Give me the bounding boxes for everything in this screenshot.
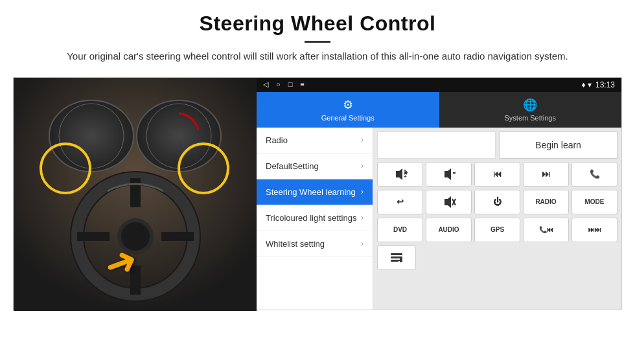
- nav-back-icon[interactable]: ◁: [263, 80, 268, 89]
- status-bar-right: ♦ ▾ 13:13: [582, 80, 616, 89]
- begin-learn-button[interactable]: Begin learn: [499, 131, 618, 159]
- mute-button[interactable]: [426, 190, 472, 214]
- tab-system-settings[interactable]: 🌐 System Settings: [439, 92, 622, 128]
- vol-down-button[interactable]: [426, 162, 472, 187]
- general-settings-icon: ⚙: [343, 98, 353, 112]
- controls-row-3: DVD AUDIO GPS 📞⏮ ⏭⏭: [377, 218, 618, 242]
- menu-item-radio[interactable]: Radio ›: [257, 128, 373, 154]
- highlight-circle-left: [40, 142, 91, 194]
- audio-button[interactable]: AUDIO: [426, 218, 472, 242]
- highlight-circle-right: [178, 142, 229, 194]
- time-display: 13:13: [595, 80, 615, 89]
- menu-item-default-setting[interactable]: DefaultSetting ›: [257, 154, 373, 179]
- page-header: Steering Wheel Control Your original car…: [0, 0, 635, 71]
- svg-marker-20: [444, 196, 451, 208]
- android-ui: ◁ ○ □ ≡ ♦ ▾ 13:13 ⚙ General Settings 🌐 S…: [257, 78, 621, 310]
- whitelist-row: [377, 245, 618, 270]
- next-track-button[interactable]: ⏭: [523, 162, 569, 187]
- status-bar: ◁ ○ □ ≡ ♦ ▾ 13:13: [257, 78, 621, 92]
- menu-tricoloured-label: Tricoloured light settings: [266, 213, 356, 223]
- phone-prev-button[interactable]: 📞⏮: [523, 218, 569, 242]
- controls-row-2: ↩ ⏻ RADIO MODE: [377, 190, 618, 214]
- svg-marker-13: [396, 168, 402, 180]
- tab-bar: ⚙ General Settings 🌐 System Settings: [257, 92, 621, 128]
- svg-rect-26: [400, 258, 402, 262]
- begin-learn-row: Begin learn: [377, 131, 618, 159]
- right-panel: Begin learn + ⏮ ⏭ 📞 ↩: [373, 128, 621, 310]
- empty-cell: [377, 131, 496, 159]
- tab-general-settings[interactable]: ⚙ General Settings: [257, 92, 439, 128]
- chevron-icon-2: ›: [361, 161, 364, 170]
- main-content: ➜ ◁ ○ □ ≡ ♦ ▾ 13:13 ⚙ General Settings: [13, 77, 622, 310]
- list-icon-button[interactable]: [377, 245, 416, 270]
- svg-text:+: +: [404, 174, 407, 179]
- mode-button[interactable]: MODE: [572, 190, 618, 214]
- vol-up-button[interactable]: +: [377, 162, 423, 187]
- title-divider: [305, 41, 330, 43]
- chevron-icon-5: ›: [361, 239, 364, 248]
- menu-default-label: DefaultSetting: [266, 161, 319, 171]
- chevron-icon-3: ›: [361, 187, 364, 196]
- page-title: Steering Wheel Control: [39, 12, 596, 36]
- nav-home-icon[interactable]: ○: [276, 80, 281, 89]
- power-button[interactable]: ⏻: [474, 190, 520, 214]
- nav-menu-icon[interactable]: ≡: [300, 80, 304, 89]
- phone-button[interactable]: 📞: [572, 162, 618, 187]
- svg-rect-25: [391, 260, 398, 262]
- prev-track-button[interactable]: ⏮: [474, 162, 520, 187]
- svg-rect-24: [391, 256, 402, 258]
- nav-recent-icon[interactable]: □: [288, 80, 293, 89]
- gps-button[interactable]: GPS: [474, 218, 520, 242]
- chevron-icon-4: ›: [361, 213, 364, 222]
- menu-radio-label: Radio: [266, 135, 288, 145]
- controls-row-1: + ⏮ ⏭ 📞: [377, 162, 618, 187]
- menu-item-tricoloured[interactable]: Tricoloured light settings ›: [257, 205, 373, 231]
- radio-button[interactable]: RADIO: [523, 190, 569, 214]
- status-bar-nav: ◁ ○ □ ≡: [263, 80, 305, 89]
- tab-system-label: System Settings: [505, 114, 556, 122]
- menu-whitelist-label: Whitelist setting: [266, 239, 325, 249]
- chevron-icon: ›: [361, 135, 364, 144]
- system-settings-icon: 🌐: [523, 98, 537, 112]
- dvd-button[interactable]: DVD: [377, 218, 423, 242]
- svg-rect-23: [391, 253, 402, 255]
- menu-item-steering-wheel[interactable]: Steering Wheel learning ›: [257, 179, 373, 205]
- content-area: Radio › DefaultSetting › Steering Wheel …: [257, 128, 621, 310]
- signal-icon: ♦ ▾: [582, 80, 592, 89]
- back-button[interactable]: ↩: [377, 190, 423, 214]
- tab-general-label: General Settings: [321, 114, 375, 122]
- page-subtitle: Your original car's steering wheel contr…: [65, 49, 570, 64]
- svg-marker-18: [444, 168, 451, 180]
- next-next-button[interactable]: ⏭⏭: [572, 218, 618, 242]
- menu-item-whitelist[interactable]: Whitelist setting ›: [257, 231, 373, 257]
- menu-steering-label: Steering Wheel learning: [266, 187, 356, 197]
- left-menu: Radio › DefaultSetting › Steering Wheel …: [257, 128, 373, 310]
- car-image: ➜: [14, 78, 257, 311]
